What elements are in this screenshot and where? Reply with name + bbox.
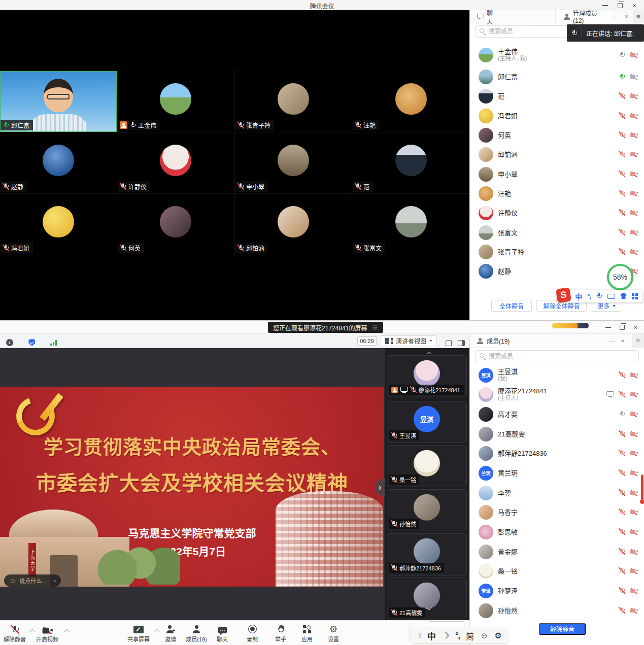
record-button[interactable]: 录制 [238, 623, 267, 643]
camera-off-icon[interactable] [630, 172, 638, 177]
ime-toolbar[interactable]: S 中 °, [557, 290, 642, 302]
restore-button[interactable] [616, 324, 629, 331]
mic-muted-icon[interactable] [619, 371, 625, 379]
mic-muted-icon[interactable] [619, 508, 625, 516]
apps-button[interactable]: 应用 [292, 623, 322, 643]
ime-punctuation-toggle[interactable]: °, [587, 292, 591, 300]
camera-off-icon[interactable] [630, 132, 638, 138]
mic-muted-icon[interactable] [619, 528, 625, 535]
unmute-button[interactable]: 解除静音 [539, 623, 586, 635]
video-tile[interactable]: 申小翠 [235, 132, 352, 193]
member-row[interactable]: 马香宁 [470, 502, 644, 522]
mic-muted-icon[interactable] [619, 131, 625, 139]
mic-muted-icon[interactable] [619, 112, 625, 119]
ime-fullhalf-icon[interactable]: ☽ [442, 631, 449, 640]
close-button[interactable]: × [628, 2, 641, 9]
mic-muted-icon[interactable] [619, 587, 625, 594]
mic-muted-icon[interactable] [619, 469, 625, 477]
member-row[interactable]: 郝萍静21724836 [470, 444, 644, 463]
network-signal-icon[interactable] [50, 340, 57, 346]
invite-button[interactable]: + 邀请 [156, 623, 185, 643]
mic-muted-icon[interactable] [619, 190, 625, 197]
chat-quickbar[interactable]: ☺ 说点什么... ‹ [4, 574, 61, 587]
camera-off-icon[interactable] [630, 210, 638, 216]
member-row[interactable]: 昱淇 王昱淇(我) [470, 365, 644, 385]
video-tile[interactable]: 张青子衿 [235, 71, 352, 132]
emoji-icon[interactable]: ☺ [9, 577, 16, 585]
ime-settings-icon[interactable]: ⚙ [494, 631, 501, 640]
camera-off-icon[interactable] [630, 191, 638, 196]
member-row[interactable]: 李翌 [470, 483, 644, 502]
meeting-info-icon[interactable]: i [6, 339, 13, 346]
video-thumbnail[interactable]: 桑一铭 [387, 445, 467, 487]
more-options-icon[interactable]: ··· [608, 337, 615, 345]
mic-on-icon[interactable] [619, 411, 625, 418]
minimize-button[interactable] [601, 324, 615, 331]
mic-muted-icon[interactable] [619, 248, 625, 255]
ime-simplified-toggle[interactable]: 简 [466, 630, 474, 642]
video-tile[interactable]: 汪艳 [352, 71, 469, 132]
member-row[interactable]: 桑一铭 [470, 561, 644, 581]
camera-off-icon[interactable] [630, 490, 638, 496]
view-mode-selector[interactable]: 演讲者视图 [381, 335, 437, 346]
camera-off-icon[interactable] [630, 510, 638, 515]
ime-language-toggle[interactable]: 中 [427, 629, 436, 642]
camera-off-icon[interactable] [630, 93, 638, 99]
camera-off-icon[interactable] [630, 249, 638, 255]
video-thumbnail[interactable]: 廖添花21724841... [387, 355, 467, 397]
more-options-icon[interactable]: ··· [612, 13, 619, 20]
banner-menu-icon[interactable]: ☰ [372, 324, 378, 331]
member-row[interactable]: 汪艳 [470, 184, 644, 203]
camera-off-icon[interactable] [630, 412, 638, 417]
member-row[interactable]: 张富文 [470, 223, 644, 242]
camera-off-icon[interactable] [630, 608, 638, 614]
video-tile[interactable]: 邱铂涵 [235, 194, 352, 255]
video-tile[interactable]: 冯君妍 [0, 194, 117, 255]
camera-off-icon[interactable] [630, 549, 638, 555]
camera-off-icon[interactable] [630, 431, 638, 437]
mic-muted-icon[interactable] [619, 567, 625, 574]
member-row[interactable]: 邱铂涵 [470, 145, 644, 164]
camera-off-icon[interactable] [630, 52, 638, 58]
tab-chat[interactable]: 聊天 [470, 10, 504, 23]
ime-status-bar[interactable]: ‖ 中 ☽ °, 简 ☺ ⚙ [412, 628, 508, 643]
panel-menu-icon[interactable]: ≡ [632, 334, 644, 348]
mic-muted-icon[interactable] [619, 151, 625, 158]
member-row[interactable]: 王金伟(主持人, 我) [470, 44, 644, 66]
ime-keyboard-icon[interactable] [607, 294, 615, 299]
mic-muted-icon[interactable] [619, 171, 625, 178]
camera-off-icon[interactable] [630, 451, 638, 456]
member-row[interactable]: 许静仪 [470, 203, 644, 222]
member-row[interactable]: 申小翠 [470, 164, 644, 184]
mic-muted-icon[interactable] [619, 92, 625, 99]
camera-off-icon[interactable] [630, 74, 638, 80]
unmute-toolbar-button[interactable]: 解除静音 [0, 623, 29, 643]
mic-on-icon[interactable] [619, 51, 625, 58]
mic-muted-icon[interactable] [619, 548, 625, 555]
sogou-logo-icon[interactable]: S [556, 287, 571, 302]
ime-emoji-icon[interactable]: ☺ [480, 631, 488, 640]
member-row[interactable]: 21高靓雯 [470, 424, 644, 444]
member-row[interactable]: 梦泽 孙梦泽 [470, 581, 644, 600]
video-thumbnail[interactable]: 孙怡然 [387, 489, 467, 531]
video-tile[interactable]: 许静仪 [117, 132, 234, 193]
mic-speaking-icon[interactable] [619, 73, 625, 80]
ime-punctuation-toggle[interactable]: °, [455, 631, 460, 640]
camera-off-icon[interactable] [630, 470, 638, 476]
member-row[interactable]: 张青子衿 [470, 242, 644, 261]
camera-off-icon[interactable] [630, 113, 638, 119]
camera-off-icon[interactable] [630, 529, 638, 535]
toggle-sidebar-button[interactable] [458, 338, 465, 347]
mic-muted-icon[interactable] [619, 209, 625, 216]
video-tile[interactable]: 何英 [117, 194, 234, 255]
close-panel-icon[interactable]: × [621, 337, 625, 345]
collapse-left-icon[interactable]: ‹ [54, 578, 56, 584]
camera-off-icon[interactable] [630, 372, 638, 378]
tab-manage-members[interactable]: 管理成员(12) [555, 10, 612, 23]
titlebar[interactable]: 您正在观看廖添花21724841的屏幕 ☰ × [0, 321, 644, 334]
settings-button[interactable]: ⚙ 设置 [319, 623, 348, 643]
camera-off-icon[interactable] [630, 152, 638, 157]
security-shield-icon[interactable] [28, 339, 35, 346]
titlebar[interactable]: 腾讯会议 × [0, 0, 644, 10]
minimize-button[interactable] [598, 2, 612, 9]
